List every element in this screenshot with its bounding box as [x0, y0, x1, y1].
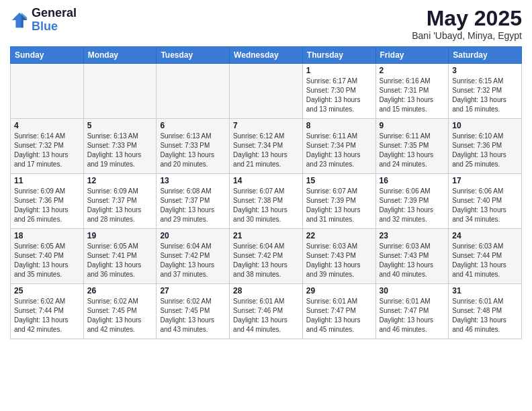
calendar-day-cell: 28Sunrise: 6:01 AM Sunset: 7:46 PM Dayli… — [230, 284, 303, 339]
day-number: 15 — [306, 176, 372, 185]
header: General Blue May 2025 Bani 'Ubayd, Minya… — [10, 7, 522, 41]
calendar-day-cell: 21Sunrise: 6:04 AM Sunset: 7:42 PM Dayli… — [230, 229, 303, 284]
calendar-day-cell: 11Sunrise: 6:09 AM Sunset: 7:36 PM Dayli… — [11, 174, 84, 229]
title-block: May 2025 Bani 'Ubayd, Minya, Egypt — [412, 7, 522, 41]
calendar-day-cell: 8Sunrise: 6:11 AM Sunset: 7:34 PM Daylig… — [302, 119, 375, 174]
calendar-day-header: Saturday — [449, 47, 522, 64]
day-info: Sunrise: 6:11 AM Sunset: 7:35 PM Dayligh… — [380, 132, 445, 169]
calendar-day-cell: 10Sunrise: 6:10 AM Sunset: 7:36 PM Dayli… — [449, 119, 522, 174]
calendar-week-row: 18Sunrise: 6:05 AM Sunset: 7:40 PM Dayli… — [11, 229, 522, 284]
day-info: Sunrise: 6:09 AM Sunset: 7:36 PM Dayligh… — [14, 187, 80, 224]
day-info: Sunrise: 6:15 AM Sunset: 7:32 PM Dayligh… — [452, 77, 518, 114]
calendar-day-cell: 3Sunrise: 6:15 AM Sunset: 7:32 PM Daylig… — [449, 64, 522, 119]
day-number: 28 — [233, 286, 299, 295]
day-info: Sunrise: 6:04 AM Sunset: 7:42 PM Dayligh… — [160, 242, 226, 279]
calendar-day-cell — [11, 64, 84, 119]
day-info: Sunrise: 6:09 AM Sunset: 7:37 PM Dayligh… — [87, 187, 153, 224]
day-number: 18 — [14, 231, 80, 240]
page: General Blue May 2025 Bani 'Ubayd, Minya… — [0, 0, 532, 411]
day-number: 6 — [160, 121, 226, 130]
day-number: 12 — [87, 176, 153, 185]
day-number: 24 — [452, 231, 518, 240]
day-number: 2 — [380, 66, 445, 75]
calendar-day-cell: 18Sunrise: 6:05 AM Sunset: 7:40 PM Dayli… — [11, 229, 84, 284]
day-number: 4 — [14, 121, 80, 130]
calendar-day-cell: 22Sunrise: 6:03 AM Sunset: 7:43 PM Dayli… — [302, 229, 375, 284]
day-info: Sunrise: 6:03 AM Sunset: 7:43 PM Dayligh… — [306, 242, 372, 279]
day-number: 30 — [380, 286, 445, 295]
day-info: Sunrise: 6:04 AM Sunset: 7:42 PM Dayligh… — [233, 242, 299, 279]
day-info: Sunrise: 6:13 AM Sunset: 7:33 PM Dayligh… — [160, 132, 226, 169]
calendar-day-header: Tuesday — [157, 47, 230, 64]
day-number: 9 — [380, 121, 445, 130]
day-number: 27 — [160, 286, 226, 295]
day-number: 8 — [306, 121, 372, 130]
calendar-day-cell: 31Sunrise: 6:01 AM Sunset: 7:48 PM Dayli… — [449, 284, 522, 339]
calendar-day-cell: 9Sunrise: 6:11 AM Sunset: 7:35 PM Daylig… — [375, 119, 449, 174]
day-info: Sunrise: 6:07 AM Sunset: 7:39 PM Dayligh… — [306, 187, 372, 224]
day-number: 31 — [452, 286, 518, 295]
day-info: Sunrise: 6:12 AM Sunset: 7:34 PM Dayligh… — [233, 132, 299, 169]
day-info: Sunrise: 6:02 AM Sunset: 7:45 PM Dayligh… — [87, 297, 153, 334]
day-info: Sunrise: 6:05 AM Sunset: 7:40 PM Dayligh… — [14, 242, 80, 279]
calendar-day-cell: 19Sunrise: 6:05 AM Sunset: 7:41 PM Dayli… — [83, 229, 157, 284]
calendar-day-cell: 26Sunrise: 6:02 AM Sunset: 7:45 PM Dayli… — [83, 284, 157, 339]
day-info: Sunrise: 6:06 AM Sunset: 7:39 PM Dayligh… — [380, 187, 445, 224]
calendar-day-header: Wednesday — [230, 47, 303, 64]
calendar-day-cell: 2Sunrise: 6:16 AM Sunset: 7:31 PM Daylig… — [375, 64, 449, 119]
calendar-week-row: 1Sunrise: 6:17 AM Sunset: 7:30 PM Daylig… — [11, 64, 522, 119]
day-number: 22 — [306, 231, 372, 240]
day-number: 10 — [452, 121, 518, 130]
calendar-day-header: Thursday — [302, 47, 375, 64]
calendar-day-cell: 23Sunrise: 6:03 AM Sunset: 7:43 PM Dayli… — [375, 229, 449, 284]
calendar-day-cell: 30Sunrise: 6:01 AM Sunset: 7:47 PM Dayli… — [375, 284, 449, 339]
calendar-day-cell: 5Sunrise: 6:13 AM Sunset: 7:33 PM Daylig… — [83, 119, 157, 174]
day-number: 5 — [87, 121, 153, 130]
day-number: 21 — [233, 231, 299, 240]
day-info: Sunrise: 6:01 AM Sunset: 7:47 PM Dayligh… — [380, 297, 445, 334]
calendar-day-cell — [157, 64, 230, 119]
day-number: 14 — [233, 176, 299, 185]
calendar-day-cell: 15Sunrise: 6:07 AM Sunset: 7:39 PM Dayli… — [302, 174, 375, 229]
day-info: Sunrise: 6:06 AM Sunset: 7:40 PM Dayligh… — [452, 187, 518, 224]
day-info: Sunrise: 6:10 AM Sunset: 7:36 PM Dayligh… — [452, 132, 518, 169]
calendar-day-cell: 7Sunrise: 6:12 AM Sunset: 7:34 PM Daylig… — [230, 119, 303, 174]
calendar-day-header: Friday — [375, 47, 449, 64]
calendar-week-row: 25Sunrise: 6:02 AM Sunset: 7:44 PM Dayli… — [11, 284, 522, 339]
day-info: Sunrise: 6:02 AM Sunset: 7:45 PM Dayligh… — [160, 297, 226, 334]
calendar-day-cell: 17Sunrise: 6:06 AM Sunset: 7:40 PM Dayli… — [449, 174, 522, 229]
day-info: Sunrise: 6:13 AM Sunset: 7:33 PM Dayligh… — [87, 132, 153, 169]
day-info: Sunrise: 6:01 AM Sunset: 7:46 PM Dayligh… — [233, 297, 299, 334]
day-info: Sunrise: 6:11 AM Sunset: 7:34 PM Dayligh… — [306, 132, 372, 169]
calendar-day-cell: 24Sunrise: 6:03 AM Sunset: 7:44 PM Dayli… — [449, 229, 522, 284]
day-number: 20 — [160, 231, 226, 240]
logo-icon — [10, 11, 29, 30]
day-info: Sunrise: 6:01 AM Sunset: 7:48 PM Dayligh… — [452, 297, 518, 334]
calendar-week-row: 4Sunrise: 6:14 AM Sunset: 7:32 PM Daylig… — [11, 119, 522, 174]
calendar-week-row: 11Sunrise: 6:09 AM Sunset: 7:36 PM Dayli… — [11, 174, 522, 229]
logo-text: General Blue — [32, 7, 77, 34]
calendar-day-header: Monday — [83, 47, 157, 64]
calendar-day-cell: 27Sunrise: 6:02 AM Sunset: 7:45 PM Dayli… — [157, 284, 230, 339]
day-number: 1 — [306, 66, 372, 75]
day-info: Sunrise: 6:07 AM Sunset: 7:38 PM Dayligh… — [233, 187, 299, 224]
calendar-day-cell: 29Sunrise: 6:01 AM Sunset: 7:47 PM Dayli… — [302, 284, 375, 339]
day-number: 11 — [14, 176, 80, 185]
calendar-day-cell: 6Sunrise: 6:13 AM Sunset: 7:33 PM Daylig… — [157, 119, 230, 174]
day-info: Sunrise: 6:14 AM Sunset: 7:32 PM Dayligh… — [14, 132, 80, 169]
logo-line1: General — [32, 7, 77, 20]
day-number: 29 — [306, 286, 372, 295]
day-number: 23 — [380, 231, 445, 240]
day-number: 13 — [160, 176, 226, 185]
calendar-table: SundayMondayTuesdayWednesdayThursdayFrid… — [10, 46, 522, 339]
day-number: 3 — [452, 66, 518, 75]
day-info: Sunrise: 6:05 AM Sunset: 7:41 PM Dayligh… — [87, 242, 153, 279]
day-info: Sunrise: 6:08 AM Sunset: 7:37 PM Dayligh… — [160, 187, 226, 224]
calendar-day-cell: 20Sunrise: 6:04 AM Sunset: 7:42 PM Dayli… — [157, 229, 230, 284]
calendar-day-cell: 13Sunrise: 6:08 AM Sunset: 7:37 PM Dayli… — [157, 174, 230, 229]
svg-marker-1 — [21, 13, 27, 28]
day-info: Sunrise: 6:17 AM Sunset: 7:30 PM Dayligh… — [306, 77, 372, 114]
subtitle: Bani 'Ubayd, Minya, Egypt — [412, 30, 522, 41]
day-info: Sunrise: 6:16 AM Sunset: 7:31 PM Dayligh… — [380, 77, 445, 114]
calendar-header-row: SundayMondayTuesdayWednesdayThursdayFrid… — [11, 47, 522, 64]
